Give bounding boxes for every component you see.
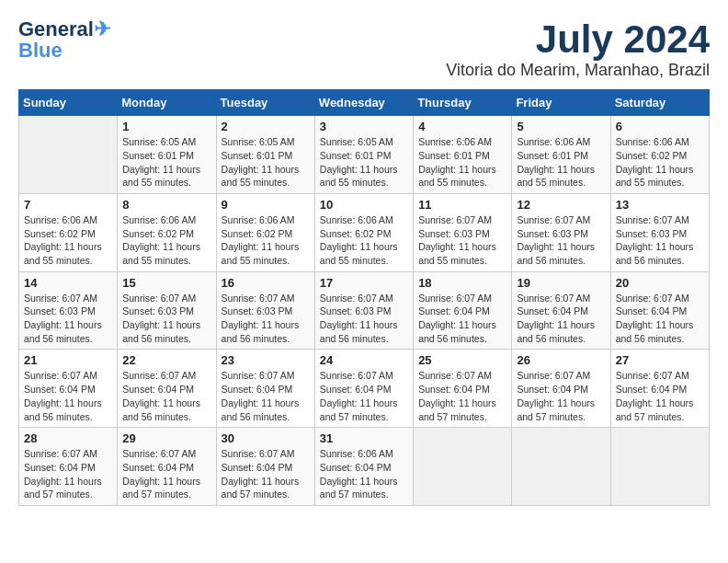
day-info: Sunrise: 6:07 AM Sunset: 6:04 PM Dayligh… xyxy=(24,369,112,423)
day-number: 30 xyxy=(222,431,310,445)
day-info: Sunrise: 6:07 AM Sunset: 6:04 PM Dayligh… xyxy=(517,369,605,423)
calendar-cell: 26Sunrise: 6:07 AM Sunset: 6:04 PM Dayli… xyxy=(512,350,610,428)
day-info: Sunrise: 6:07 AM Sunset: 6:04 PM Dayligh… xyxy=(616,369,704,423)
day-number: 16 xyxy=(222,276,310,290)
day-info: Sunrise: 6:07 AM Sunset: 6:04 PM Dayligh… xyxy=(222,447,310,501)
day-info: Sunrise: 6:05 AM Sunset: 6:01 PM Dayligh… xyxy=(122,135,210,190)
calendar-cell: 9Sunrise: 6:06 AM Sunset: 6:02 PM Daylig… xyxy=(216,193,314,271)
day-info: Sunrise: 6:06 AM Sunset: 6:02 PM Dayligh… xyxy=(616,135,704,190)
day-info: Sunrise: 6:07 AM Sunset: 6:04 PM Dayligh… xyxy=(122,369,210,423)
day-info: Sunrise: 6:06 AM Sunset: 6:01 PM Dayligh… xyxy=(517,135,605,190)
day-info: Sunrise: 6:07 AM Sunset: 6:04 PM Dayligh… xyxy=(418,369,506,423)
calendar-cell: 27Sunrise: 6:07 AM Sunset: 6:04 PM Dayli… xyxy=(610,350,709,428)
day-number: 21 xyxy=(24,353,112,367)
day-number: 19 xyxy=(517,276,605,290)
day-info: Sunrise: 6:07 AM Sunset: 6:03 PM Dayligh… xyxy=(24,292,112,346)
header-tuesday: Tuesday xyxy=(216,90,314,116)
calendar-cell: 2Sunrise: 6:05 AM Sunset: 6:01 PM Daylig… xyxy=(216,116,314,194)
logo: General✈ Blue xyxy=(18,18,110,61)
day-info: Sunrise: 6:05 AM Sunset: 6:01 PM Dayligh… xyxy=(320,135,408,190)
day-info: Sunrise: 6:07 AM Sunset: 6:04 PM Dayligh… xyxy=(24,447,112,501)
calendar-cell: 25Sunrise: 6:07 AM Sunset: 6:04 PM Dayli… xyxy=(414,350,512,428)
calendar-cell: 13Sunrise: 6:07 AM Sunset: 6:03 PM Dayli… xyxy=(610,193,709,271)
day-number: 24 xyxy=(320,353,408,367)
calendar-week-1: 1Sunrise: 6:05 AM Sunset: 6:01 PM Daylig… xyxy=(19,116,710,194)
day-number: 8 xyxy=(122,198,210,212)
day-number: 2 xyxy=(222,120,310,133)
calendar-cell xyxy=(414,428,512,506)
day-info: Sunrise: 6:07 AM Sunset: 6:04 PM Dayligh… xyxy=(320,369,408,423)
header-row: SundayMondayTuesdayWednesdayThursdayFrid… xyxy=(19,90,710,116)
day-info: Sunrise: 6:07 AM Sunset: 6:04 PM Dayligh… xyxy=(517,292,605,346)
calendar-cell: 1Sunrise: 6:05 AM Sunset: 6:01 PM Daylig… xyxy=(118,116,216,194)
day-info: Sunrise: 6:07 AM Sunset: 6:04 PM Dayligh… xyxy=(418,292,506,346)
day-info: Sunrise: 6:07 AM Sunset: 6:04 PM Dayligh… xyxy=(616,292,704,346)
calendar-cell: 7Sunrise: 6:06 AM Sunset: 6:02 PM Daylig… xyxy=(19,193,118,271)
day-number: 22 xyxy=(122,353,210,367)
calendar-cell: 11Sunrise: 6:07 AM Sunset: 6:03 PM Dayli… xyxy=(414,193,512,271)
calendar-week-3: 14Sunrise: 6:07 AM Sunset: 6:03 PM Dayli… xyxy=(19,271,710,350)
day-number: 5 xyxy=(517,120,605,133)
day-info: Sunrise: 6:06 AM Sunset: 6:01 PM Dayligh… xyxy=(418,135,506,190)
day-number: 15 xyxy=(122,276,210,290)
day-info: Sunrise: 6:07 AM Sunset: 6:03 PM Dayligh… xyxy=(517,213,605,268)
calendar-week-2: 7Sunrise: 6:06 AM Sunset: 6:02 PM Daylig… xyxy=(19,193,710,271)
header-wednesday: Wednesday xyxy=(314,90,413,116)
day-number: 7 xyxy=(24,198,112,212)
calendar-cell: 10Sunrise: 6:06 AM Sunset: 6:02 PM Dayli… xyxy=(314,193,413,271)
day-number: 31 xyxy=(320,431,408,445)
day-number: 26 xyxy=(517,353,605,367)
calendar-cell: 5Sunrise: 6:06 AM Sunset: 6:01 PM Daylig… xyxy=(512,116,610,194)
day-number: 28 xyxy=(24,431,112,445)
day-number: 29 xyxy=(122,431,210,445)
calendar-cell xyxy=(512,428,610,506)
calendar-cell: 3Sunrise: 6:05 AM Sunset: 6:01 PM Daylig… xyxy=(314,116,413,194)
day-number: 18 xyxy=(418,276,506,290)
location-title: Vitoria do Mearim, Maranhao, Brazil xyxy=(446,61,710,80)
calendar-cell xyxy=(610,428,709,506)
calendar-cell: 12Sunrise: 6:07 AM Sunset: 6:03 PM Dayli… xyxy=(512,193,610,271)
page-header: General✈ Blue July 2024 Vitoria do Meari… xyxy=(18,18,710,80)
day-number: 10 xyxy=(320,198,408,212)
calendar-week-5: 28Sunrise: 6:07 AM Sunset: 6:04 PM Dayli… xyxy=(19,428,710,506)
day-info: Sunrise: 6:06 AM Sunset: 6:04 PM Dayligh… xyxy=(320,447,408,501)
day-number: 9 xyxy=(222,198,310,212)
day-number: 17 xyxy=(320,276,408,290)
day-info: Sunrise: 6:07 AM Sunset: 6:04 PM Dayligh… xyxy=(222,369,310,423)
logo-blue: Blue xyxy=(18,40,63,61)
day-info: Sunrise: 6:06 AM Sunset: 6:02 PM Dayligh… xyxy=(24,213,112,268)
header-monday: Monday xyxy=(118,90,216,116)
day-info: Sunrise: 6:05 AM Sunset: 6:01 PM Dayligh… xyxy=(222,135,310,190)
calendar-cell: 16Sunrise: 6:07 AM Sunset: 6:03 PM Dayli… xyxy=(216,271,314,350)
day-number: 4 xyxy=(418,120,506,133)
calendar-cell: 21Sunrise: 6:07 AM Sunset: 6:04 PM Dayli… xyxy=(19,350,118,428)
day-info: Sunrise: 6:06 AM Sunset: 6:02 PM Dayligh… xyxy=(320,213,408,268)
day-number: 12 xyxy=(517,198,605,212)
calendar-cell: 31Sunrise: 6:06 AM Sunset: 6:04 PM Dayli… xyxy=(314,428,413,506)
header-thursday: Thursday xyxy=(414,90,512,116)
calendar-cell: 14Sunrise: 6:07 AM Sunset: 6:03 PM Dayli… xyxy=(19,271,118,350)
day-number: 13 xyxy=(616,198,704,212)
calendar-cell: 23Sunrise: 6:07 AM Sunset: 6:04 PM Dayli… xyxy=(216,350,314,428)
day-info: Sunrise: 6:06 AM Sunset: 6:02 PM Dayligh… xyxy=(222,213,310,268)
calendar-cell xyxy=(19,116,118,194)
calendar-cell: 30Sunrise: 6:07 AM Sunset: 6:04 PM Dayli… xyxy=(216,428,314,506)
day-info: Sunrise: 6:07 AM Sunset: 6:04 PM Dayligh… xyxy=(122,447,210,501)
day-number: 20 xyxy=(616,276,704,290)
day-info: Sunrise: 6:07 AM Sunset: 6:03 PM Dayligh… xyxy=(320,292,408,346)
header-sunday: Sunday xyxy=(19,90,118,116)
logo-text: General✈ xyxy=(18,18,110,40)
day-number: 1 xyxy=(122,120,210,133)
day-number: 25 xyxy=(418,353,506,367)
day-number: 11 xyxy=(418,198,506,212)
calendar-cell: 4Sunrise: 6:06 AM Sunset: 6:01 PM Daylig… xyxy=(414,116,512,194)
day-info: Sunrise: 6:07 AM Sunset: 6:03 PM Dayligh… xyxy=(122,292,210,346)
month-title: July 2024 xyxy=(446,18,710,61)
calendar-cell: 28Sunrise: 6:07 AM Sunset: 6:04 PM Dayli… xyxy=(19,428,118,506)
day-number: 6 xyxy=(616,120,704,133)
calendar-cell: 17Sunrise: 6:07 AM Sunset: 6:03 PM Dayli… xyxy=(314,271,413,350)
calendar-table: SundayMondayTuesdayWednesdayThursdayFrid… xyxy=(18,89,710,506)
calendar-cell: 15Sunrise: 6:07 AM Sunset: 6:03 PM Dayli… xyxy=(118,271,216,350)
day-info: Sunrise: 6:07 AM Sunset: 6:03 PM Dayligh… xyxy=(222,292,310,346)
day-number: 27 xyxy=(616,353,704,367)
